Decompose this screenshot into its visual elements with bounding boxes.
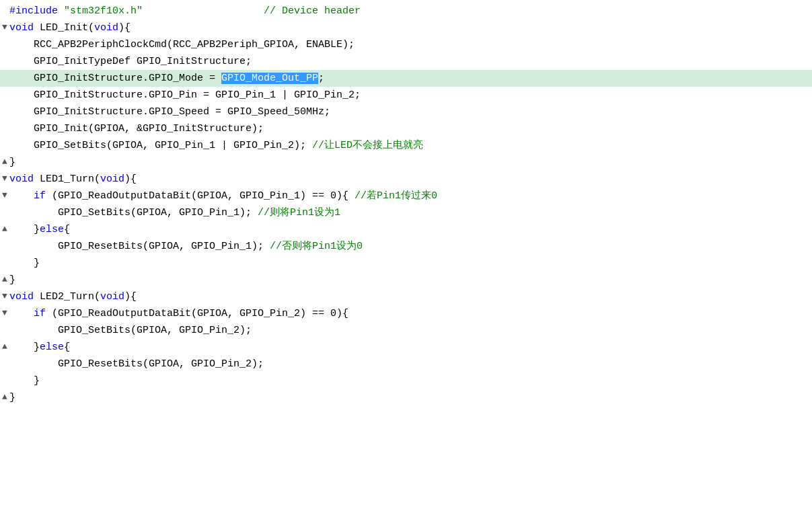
code-content: }else{ bbox=[9, 222, 70, 238]
code-content: GPIO_ResetBits(GPIOA, GPIO_Pin_1); //否则将… bbox=[9, 239, 363, 255]
code-content: }else{ bbox=[9, 340, 70, 356]
code-content: } bbox=[9, 390, 15, 406]
code-content: void LED_Init(void){ bbox=[9, 20, 131, 36]
token-plain bbox=[9, 190, 34, 202]
token-plain: } bbox=[9, 157, 15, 168]
token-cm: //让LED不会接上电就亮 bbox=[312, 140, 423, 151]
code-content: GPIO_Init(GPIOA, &GPIO_InitStructure); bbox=[9, 121, 264, 137]
fold-marker bbox=[0, 357, 9, 371]
code-content: GPIO_InitStructure.GPIO_Pin = GPIO_Pin_1… bbox=[9, 87, 361, 104]
token-plain: LED2_Turn( bbox=[34, 291, 100, 303]
token-kw: else bbox=[40, 342, 64, 353]
token-plain bbox=[143, 5, 264, 17]
fold-marker[interactable]: ▼ bbox=[0, 290, 9, 304]
token-plain: RCC_APB2PeriphClockCmd(RCC_APB2Periph_GP… bbox=[9, 39, 355, 50]
code-content: GPIO_SetBits(GPIOA, GPIO_Pin_1); //则将Pin… bbox=[9, 205, 340, 221]
fold-marker bbox=[0, 239, 9, 253]
fold-marker[interactable]: ▲ bbox=[0, 155, 9, 169]
token-plain: GPIO_SetBits(GPIOA, GPIO_Pin_1); bbox=[9, 207, 258, 219]
token-plain: } bbox=[9, 258, 40, 269]
token-plain: { bbox=[64, 342, 70, 353]
code-line: ▲} bbox=[0, 154, 812, 171]
token-kw: if bbox=[34, 190, 46, 202]
code-line: } bbox=[0, 255, 812, 272]
fold-marker bbox=[0, 122, 9, 136]
code-line: ▼void LED2_Turn(void){ bbox=[0, 288, 812, 305]
token-plain: GPIO_SetBits(GPIOA, GPIO_Pin_1 | GPIO_Pi… bbox=[9, 140, 312, 151]
fold-marker bbox=[0, 4, 9, 18]
code-content: #include "stm32f10x.h" // Device header bbox=[9, 3, 361, 19]
code-line: ▲ }else{ bbox=[0, 339, 812, 356]
fold-marker bbox=[0, 88, 9, 102]
fold-marker[interactable]: ▲ bbox=[0, 273, 9, 287]
fold-marker[interactable]: ▼ bbox=[0, 21, 9, 35]
code-line: } bbox=[0, 372, 812, 389]
token-plain: GPIO_ResetBits(GPIOA, GPIO_Pin_2); bbox=[9, 358, 264, 370]
fold-marker bbox=[0, 256, 9, 270]
code-content: void LED1_Turn(void){ bbox=[9, 171, 137, 188]
code-line: ▼void LED1_Turn(void){ bbox=[0, 171, 812, 188]
token-plain: ){ bbox=[124, 291, 137, 303]
code-line: GPIO_InitStructure.GPIO_Pin = GPIO_Pin_1… bbox=[0, 87, 812, 104]
code-content: } bbox=[9, 373, 40, 389]
code-line: GPIO_Init(GPIOA, &GPIO_InitStructure); bbox=[0, 120, 812, 137]
token-kw: else bbox=[40, 224, 64, 235]
fold-marker[interactable]: ▲ bbox=[0, 223, 9, 237]
token-plain: ; bbox=[318, 73, 324, 84]
token-cm: //则将Pin1设为1 bbox=[258, 207, 340, 219]
token-cm: // Device header bbox=[264, 5, 361, 17]
token-kw: void bbox=[100, 173, 124, 185]
token-plain: LED_Init( bbox=[34, 22, 94, 34]
code-content: GPIO_InitTypeDef GPIO_InitStructure; bbox=[9, 54, 252, 70]
code-content: GPIO_SetBits(GPIOA, GPIO_Pin_1 | GPIO_Pi… bbox=[9, 138, 423, 154]
code-editor: #include "stm32f10x.h" // Device header▼… bbox=[0, 0, 812, 409]
fold-marker bbox=[0, 105, 9, 119]
code-content: GPIO_InitStructure.GPIO_Mode = GPIO_Mode… bbox=[9, 71, 324, 87]
token-kw: void bbox=[9, 22, 34, 34]
code-content: if (GPIO_ReadOutputDataBit(GPIOA, GPIO_P… bbox=[9, 306, 348, 322]
token-plain: ){ bbox=[124, 173, 137, 185]
token-plain: GPIO_InitStructure.GPIO_Mode = bbox=[9, 73, 221, 84]
token-kw: void bbox=[9, 291, 34, 303]
token-plain: } bbox=[9, 375, 40, 387]
code-line: GPIO_SetBits(GPIOA, GPIO_Pin_2); bbox=[0, 322, 812, 339]
code-line: ▼ if (GPIO_ReadOutputDataBit(GPIOA, GPIO… bbox=[0, 305, 812, 322]
code-line: GPIO_InitStructure.GPIO_Speed = GPIO_Spe… bbox=[0, 104, 812, 120]
code-content: } bbox=[9, 155, 15, 171]
token-plain: } bbox=[9, 342, 40, 353]
fold-marker[interactable]: ▼ bbox=[0, 172, 9, 186]
token-plain: } bbox=[9, 224, 40, 235]
fold-marker[interactable]: ▼ bbox=[0, 307, 9, 321]
fold-marker bbox=[0, 206, 9, 220]
token-plain: } bbox=[9, 274, 15, 286]
token-cm: //若Pin1传过来0 bbox=[355, 190, 437, 202]
code-line: GPIO_InitTypeDef GPIO_InitStructure; bbox=[0, 53, 812, 70]
token-plain: } bbox=[9, 392, 15, 403]
code-line: ▲} bbox=[0, 389, 812, 406]
token-plain: GPIO_InitStructure.GPIO_Pin = GPIO_Pin_1… bbox=[9, 89, 361, 101]
token-plain: GPIO_Init(GPIOA, &GPIO_InitStructure); bbox=[9, 123, 264, 134]
token-kw: void bbox=[9, 173, 34, 185]
code-content: GPIO_InitStructure.GPIO_Speed = GPIO_Spe… bbox=[9, 104, 330, 120]
code-content: void LED2_Turn(void){ bbox=[9, 289, 137, 305]
code-line: GPIO_ResetBits(GPIOA, GPIO_Pin_1); //否则将… bbox=[0, 238, 812, 255]
code-line: ▼void LED_Init(void){ bbox=[0, 19, 812, 36]
token-pp: #include bbox=[9, 5, 64, 17]
code-content: GPIO_ResetBits(GPIOA, GPIO_Pin_2); bbox=[9, 356, 264, 372]
code-line: ▲} bbox=[0, 272, 812, 288]
token-plain: (GPIO_ReadOutputDataBit(GPIOA, GPIO_Pin_… bbox=[46, 308, 348, 319]
code-content: } bbox=[9, 272, 15, 288]
token-kw: void bbox=[94, 22, 118, 34]
code-content: if (GPIO_ReadOutputDataBit(GPIOA, GPIO_P… bbox=[9, 188, 437, 204]
token-plain: GPIO_InitStructure.GPIO_Speed = GPIO_Spe… bbox=[9, 106, 330, 118]
code-content: GPIO_SetBits(GPIOA, GPIO_Pin_2); bbox=[9, 323, 252, 339]
fold-marker[interactable]: ▲ bbox=[0, 391, 9, 405]
code-line: ▲ }else{ bbox=[0, 221, 812, 238]
token-plain: (GPIO_ReadOutputDataBit(GPIOA, GPIO_Pin_… bbox=[46, 190, 355, 202]
fold-marker[interactable]: ▼ bbox=[0, 189, 9, 203]
fold-marker[interactable]: ▲ bbox=[0, 340, 9, 354]
fold-marker bbox=[0, 71, 9, 85]
token-kw: void bbox=[100, 291, 124, 303]
token-cm: "stm32f10x.h" bbox=[64, 5, 143, 17]
code-line: #include "stm32f10x.h" // Device header bbox=[0, 3, 812, 19]
